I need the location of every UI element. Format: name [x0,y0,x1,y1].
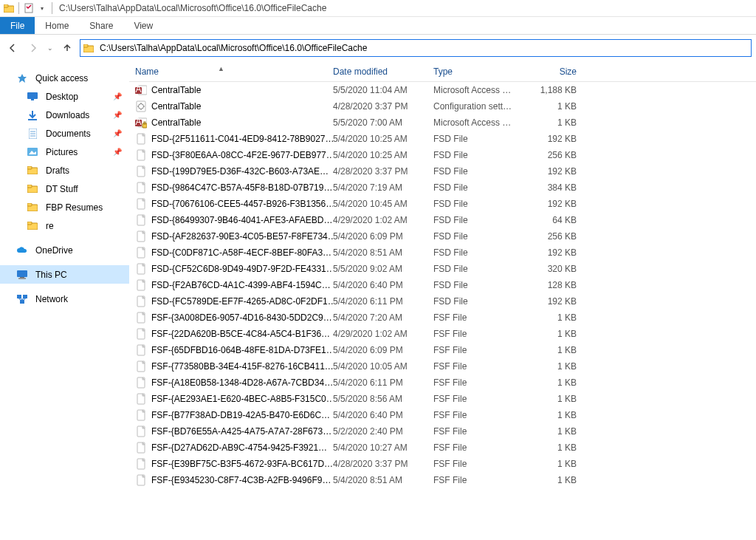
file-row[interactable]: FSD-{AF282637-90E3-4C05-BE57-F8FE734…5/4… [129,228,756,245]
file-name: CentralTable [151,117,201,128]
file-type: FSD File [433,280,525,290]
sidebar-network[interactable]: Network [0,290,129,308]
file-row[interactable]: CentralTable4/28/2020 3:37 PMConfigurati… [129,98,756,115]
back-button[interactable] [4,40,21,56]
folder-icon [27,203,38,211]
sidebar-onedrive[interactable]: OneDrive [0,241,129,259]
file-type: FSD File [433,231,525,242]
col-size[interactable]: Size [525,66,584,77]
qat-dropdown-icon[interactable]: ▾ [36,2,48,14]
file-row[interactable]: ACentralTable5/5/2020 7:00 AMMicrosoft A… [129,115,756,131]
svg-rect-16 [27,166,32,169]
svg-rect-18 [27,185,32,188]
sidebar-drafts[interactable]: Drafts [0,161,129,180]
file-row[interactable]: FSD-{86499307-9B46-4041-AFE3-AFAEBD…4/29… [129,212,756,228]
svg-rect-24 [20,277,24,278]
window-title: C:\Users\Talha\AppData\Local\Microsoft\O… [59,3,326,13]
sidebar-dt-stuff[interactable]: DT Stuff [0,180,129,198]
up-button[interactable] [59,40,75,56]
address-input[interactable] [97,43,751,53]
file-name: FSF-{22DA620B-B5CE-4C84-A5C4-B1F36… [151,329,330,339]
col-type[interactable]: Type [433,66,525,77]
file-date: 4/29/2020 1:02 AM [333,215,433,225]
file-date: 5/5/2020 8:56 AM [333,394,433,404]
file-type: FSD File [433,215,525,225]
file-icon [135,393,147,405]
col-name[interactable]: Name▲ [129,66,333,77]
file-date: 5/4/2020 10:25 AM [333,150,433,160]
file-icon: A [135,117,147,129]
properties-icon[interactable] [23,2,35,14]
svg-rect-23 [17,270,27,277]
sidebar-label: This PC [35,270,67,280]
tab-home[interactable]: Home [35,17,79,34]
file-icon [135,409,147,421]
separator [18,2,19,14]
folder-icon [27,222,38,230]
star-icon [16,73,28,83]
sidebar-label: OneDrive [35,245,73,256]
file-size: 1,188 KB [525,85,584,95]
sidebar-label: DT Stuff [46,184,78,194]
tab-view[interactable]: View [123,17,163,34]
folder-icon [3,2,15,14]
file-row[interactable]: FSF-{BD76E55A-A425-4A75-A7A7-28F673…5/2/… [129,423,756,440]
file-row[interactable]: FSF-{65DFBD16-064B-48FE-81DA-D73FE1…5/4/… [129,342,756,358]
file-row[interactable]: FSF-{E39BF75C-B3F5-4672-93FA-BC617D…4/28… [129,456,756,472]
sidebar-fbp-resumes[interactable]: FBP Resumes [0,198,129,216]
file-row[interactable]: FSD-{9864C47C-B57A-45F8-B18D-07B719…5/4/… [129,180,756,196]
tab-share[interactable]: Share [79,17,123,34]
file-name: FSD-{199D79E5-D36F-432C-B603-A73AE… [151,166,329,177]
file-type: FSD File [433,150,525,160]
sidebar-re[interactable]: re [0,216,129,235]
file-row[interactable]: FSD-{C0DF871C-A58F-4ECF-8BEF-80FA3…5/4/2… [129,245,756,261]
svg-rect-28 [20,300,24,304]
cloud-icon [16,247,28,254]
svg-rect-22 [27,222,32,225]
file-row[interactable]: ACentralTable5/5/2020 11:04 AMMicrosoft … [129,82,756,98]
file-row[interactable]: FSF-{A18E0B58-1348-4D28-A67A-7CBD34…5/4/… [129,375,756,391]
file-type: FSD File [433,199,525,209]
file-type: FSF File [433,329,525,339]
file-row[interactable]: FSF-{773580BB-34E4-415F-8276-16CB411…5/4… [129,358,756,375]
sidebar-label: Pictures [46,147,78,157]
file-date: 5/4/2020 10:25 AM [333,134,433,144]
file-row[interactable]: FSD-{F2AB76CD-4A1C-4399-ABF4-1594C…5/4/2… [129,277,756,293]
file-date: 5/4/2020 6:11 PM [333,296,433,307]
sidebar-desktop[interactable]: Desktop 📌 [0,87,129,106]
file-row[interactable]: FSF-{D27AD62D-AB9C-4754-9425-F3921…5/4/2… [129,440,756,456]
file-name: FSD-{2F511611-C041-4ED9-8412-78B9027… [151,134,333,144]
file-name: FSD-{70676106-CEE5-4457-B926-F3B1356… [151,199,333,209]
svg-rect-26 [17,295,21,298]
svg-rect-6 [27,92,38,99]
file-row[interactable]: FSD-{199D79E5-D36F-432C-B603-A73AE…4/28/… [129,163,756,180]
svg-rect-27 [23,295,27,298]
address-bar[interactable] [80,39,752,57]
col-date[interactable]: Date modified [333,66,433,77]
file-row[interactable]: FSF-{3A008DE6-9057-4D16-8430-5DD2C9…5/4/… [129,310,756,326]
file-row[interactable]: FSD-{CF52C6D8-9D49-49D7-9F2D-FE4331…5/5/… [129,261,756,277]
forward-button[interactable] [25,40,41,56]
sidebar-this-pc[interactable]: This PC [0,265,129,284]
sidebar-quick-access[interactable]: Quick access [0,69,129,87]
sidebar-documents[interactable]: Documents 📌 [0,124,129,143]
navbar: ⌄ [0,35,756,61]
file-row[interactable]: FSD-{FC5789DE-EF7F-4265-AD8C-0F2DF1…5/4/… [129,293,756,310]
file-row[interactable]: FSD-{70676106-CEE5-4457-B926-F3B1356…5/4… [129,196,756,212]
file-row[interactable]: FSF-{E9345230-C8F7-4C3B-A2FB-9496F9…5/4/… [129,472,756,488]
recent-dropdown-icon[interactable]: ⌄ [46,40,55,56]
file-type: FSD File [433,296,525,307]
file-row[interactable]: FSD-{2F511611-C041-4ED9-8412-78B9027…5/4… [129,131,756,147]
file-name: FSF-{AE293AE1-E620-4BEC-A8B5-F315C0… [151,394,333,404]
file-date: 4/28/2020 3:37 PM [333,459,433,469]
file-row[interactable]: FSF-{AE293AE1-E620-4BEC-A8B5-F315C0…5/5/… [129,391,756,407]
tab-file[interactable]: File [0,17,35,34]
file-row[interactable]: FSF-{22DA620B-B5CE-4C84-A5C4-B1F36…4/29/… [129,326,756,342]
file-name: FSF-{3A008DE6-9057-4D16-8430-5DD2C9… [151,312,332,323]
sidebar-downloads[interactable]: Downloads 📌 [0,106,129,124]
file-icon [135,312,147,324]
file-row[interactable]: FSF-{B77F38AD-DB19-42A5-B470-E6D6C…5/4/2… [129,407,756,423]
sidebar-pictures[interactable]: Pictures 📌 [0,143,129,161]
file-row[interactable]: FSD-{3F80E6AA-08CC-4F2E-9677-DEB977…5/4/… [129,147,756,163]
file-icon [135,295,147,307]
